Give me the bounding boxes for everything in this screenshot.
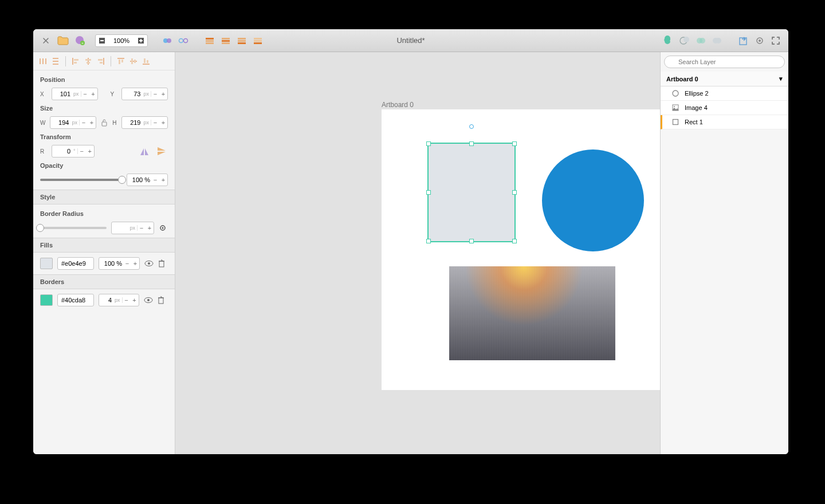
border-radius-options-button[interactable]	[159, 224, 168, 232]
resize-handle-sw[interactable]	[426, 239, 431, 243]
close-button[interactable]	[39, 34, 53, 48]
fill-swatch[interactable]	[40, 258, 53, 269]
canvas[interactable]: Artboard 0	[175, 52, 660, 454]
y-input[interactable]: px−+	[121, 88, 168, 100]
fill-delete-button[interactable]	[158, 259, 167, 267]
x-input[interactable]: px−+	[52, 88, 98, 100]
zoom-control	[95, 34, 148, 47]
fullscreen-button[interactable]	[769, 34, 783, 48]
fill-visibility-button[interactable]	[144, 260, 154, 267]
svg-rect-20	[254, 40, 262, 42]
border-row: px−+	[33, 289, 175, 311]
resize-handle-e[interactable]	[512, 190, 517, 195]
ungroup-button[interactable]	[176, 34, 190, 48]
bring-forward-button[interactable]	[219, 34, 233, 48]
x-decrement[interactable]: −	[81, 90, 89, 97]
r-increment[interactable]: +	[86, 148, 94, 155]
distribute-v-icon[interactable]	[50, 56, 61, 66]
svg-rect-48	[121, 60, 123, 62]
zoom-in-button[interactable]	[135, 35, 147, 46]
h-decrement[interactable]: −	[151, 119, 159, 126]
border-radius-input[interactable]: px−+	[111, 222, 154, 234]
opacity-decrement[interactable]: −	[151, 176, 159, 183]
fills-header: Fills	[33, 238, 175, 253]
layer-row-image[interactable]: Image 4	[661, 101, 788, 115]
open-file-button[interactable]	[56, 34, 70, 48]
bw-decrement[interactable]: −	[123, 297, 131, 304]
align-right-icon[interactable]	[96, 56, 106, 66]
border-hex-input[interactable]	[57, 294, 94, 306]
layer-row-ellipse[interactable]: Ellipse 2	[661, 86, 788, 101]
align-center-v-icon[interactable]	[128, 56, 139, 66]
artboard-label[interactable]: Artboard 0	[382, 101, 414, 109]
position-label: Position	[40, 76, 168, 83]
layer-row-rect[interactable]: Rect 1	[661, 115, 788, 129]
send-back-button[interactable]	[251, 34, 265, 48]
h-increment[interactable]: +	[159, 119, 167, 126]
export-button[interactable]	[737, 34, 751, 48]
w-increment[interactable]: +	[88, 119, 96, 126]
r-decrement[interactable]: −	[78, 148, 86, 155]
intersect-button[interactable]	[694, 34, 708, 48]
opacity-increment[interactable]: +	[159, 176, 167, 183]
image-icon	[672, 104, 680, 111]
align-left-icon[interactable]	[70, 56, 81, 66]
opacity-slider[interactable]	[40, 179, 122, 181]
bw-increment[interactable]: +	[131, 297, 139, 304]
fill-op-decrement[interactable]: −	[123, 260, 131, 267]
resize-handle-ne[interactable]	[512, 141, 517, 146]
resize-handle-n[interactable]	[469, 141, 474, 146]
group-button[interactable]	[160, 34, 174, 48]
resize-handle-s[interactable]	[469, 239, 474, 243]
br-decrement[interactable]: −	[138, 225, 146, 231]
border-swatch[interactable]	[40, 294, 53, 306]
svg-point-27	[716, 38, 721, 44]
svg-rect-43	[103, 58, 104, 65]
resize-handle-w[interactable]	[426, 190, 431, 195]
settings-button[interactable]	[753, 34, 767, 48]
y-increment[interactable]: +	[159, 90, 167, 97]
opacity-input[interactable]: −+	[127, 174, 168, 186]
border-width-input[interactable]: px−+	[99, 294, 139, 306]
align-bottom-icon[interactable]	[141, 56, 151, 66]
difference-button[interactable]	[710, 34, 724, 48]
artboard-header[interactable]: Artboard 0 ▾	[661, 72, 788, 86]
lock-aspect-button[interactable]	[101, 119, 108, 127]
artboard[interactable]	[382, 109, 660, 390]
distribute-h-icon[interactable]	[38, 56, 48, 66]
w-input[interactable]: px−+	[50, 116, 96, 129]
subtract-button[interactable]	[678, 34, 692, 48]
resize-handle-se[interactable]	[512, 239, 517, 243]
fill-opacity-input[interactable]: −+	[99, 257, 140, 270]
zoom-out-button[interactable]	[96, 35, 108, 46]
bring-front-button[interactable]	[203, 34, 217, 48]
border-visibility-button[interactable]	[144, 297, 153, 304]
fill-op-increment[interactable]: +	[131, 260, 139, 267]
resize-handle-nw[interactable]	[426, 141, 431, 146]
ellipse-shape[interactable]	[542, 149, 644, 251]
flip-horizontal-button[interactable]	[139, 146, 151, 156]
new-layer-button[interactable]: +	[73, 34, 87, 48]
image-shape[interactable]	[449, 266, 615, 360]
br-increment[interactable]: +	[146, 225, 154, 231]
zoom-value-input[interactable]	[108, 37, 135, 44]
x-increment[interactable]: +	[89, 90, 97, 97]
layer-search-input[interactable]	[664, 56, 785, 68]
border-delete-button[interactable]	[158, 296, 167, 304]
border-radius-slider[interactable]	[40, 227, 107, 229]
align-top-icon[interactable]	[116, 56, 126, 66]
h-input[interactable]: px−+	[121, 116, 168, 129]
w-decrement[interactable]: −	[80, 119, 88, 126]
flip-vertical-button[interactable]	[156, 146, 168, 156]
svg-point-67	[674, 106, 675, 107]
svg-rect-38	[74, 59, 78, 61]
align-center-h-icon[interactable]	[83, 56, 93, 66]
send-backward-button[interactable]	[235, 34, 249, 48]
union-button[interactable]	[662, 34, 676, 48]
selected-rect-shape[interactable]	[427, 143, 516, 242]
rotation-handle[interactable]	[469, 124, 474, 129]
y-decrement[interactable]: −	[151, 90, 159, 97]
rotation-input[interactable]: °−+	[52, 145, 95, 158]
fill-hex-input[interactable]	[57, 257, 94, 270]
collapse-icon[interactable]: ▾	[779, 75, 783, 82]
